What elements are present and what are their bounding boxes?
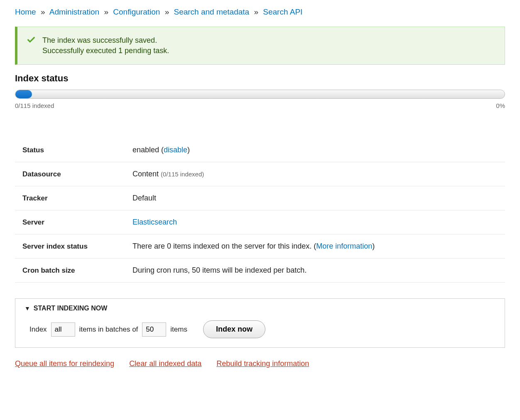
status-message: The index was successfully saved. Succes… <box>15 27 505 65</box>
value-datasource: Content (0/115 indexed) <box>125 162 505 186</box>
label-tracker: Tracker <box>15 186 125 210</box>
row-datasource: Datasource Content (0/115 indexed) <box>15 162 505 186</box>
breadcrumb-home[interactable]: Home <box>15 7 36 16</box>
triangle-down-icon: ▼ <box>25 305 30 312</box>
progress-fill <box>15 90 32 98</box>
check-icon <box>27 35 36 46</box>
status-line2: Successfully executed 1 pending task. <box>42 46 495 55</box>
progress-label: 0/115 indexed <box>15 102 54 109</box>
disable-link[interactable]: disable <box>164 146 187 154</box>
label-cron: Cron batch size <box>15 259 125 283</box>
breadcrumb-search-api[interactable]: Search API <box>263 7 302 16</box>
label-server-index-status: Server index status <box>15 234 125 259</box>
server-link[interactable]: Elasticsearch <box>132 218 177 226</box>
progress-bar: 0/115 indexed 0% <box>15 90 505 109</box>
action-links: Queue all items for reindexing Clear all… <box>15 359 505 368</box>
label-datasource: Datasource <box>15 162 125 186</box>
progress-percent: 0% <box>496 102 505 109</box>
breadcrumb: Home » Administration » Configuration » … <box>15 7 505 17</box>
breadcrumb-sep: » <box>165 7 169 16</box>
breadcrumb-admin[interactable]: Administration <box>49 7 99 16</box>
queue-reindex-link[interactable]: Queue all items for reindexing <box>15 359 114 368</box>
index-status-title: Index status <box>15 73 505 84</box>
details-table: Status enabled (disable) Datasource Cont… <box>15 138 505 283</box>
index-row: Index items in batches of items Index no… <box>25 320 495 338</box>
row-status: Status enabled (disable) <box>15 138 505 162</box>
value-server-index-status: There are 0 items indexed on the server … <box>125 234 505 259</box>
start-indexing-fieldset: ▼ START INDEXING NOW Index items in batc… <box>15 298 505 348</box>
row-server: Server Elasticsearch <box>15 210 505 234</box>
value-cron: During cron runs, 50 items will be index… <box>125 259 505 283</box>
items-count-input[interactable] <box>51 322 75 337</box>
clear-data-link[interactable]: Clear all indexed data <box>129 359 201 368</box>
breadcrumb-sep: » <box>41 7 45 16</box>
value-tracker: Default <box>125 186 505 210</box>
batch-size-input[interactable] <box>142 322 166 337</box>
breadcrumb-sep: » <box>254 7 258 16</box>
word-index: Index <box>29 325 47 334</box>
label-server: Server <box>15 210 125 234</box>
breadcrumb-config[interactable]: Configuration <box>113 7 160 16</box>
index-now-button[interactable]: Index now <box>203 320 265 338</box>
label-status: Status <box>15 138 125 162</box>
value-status: enabled (disable) <box>125 138 505 162</box>
breadcrumb-search-meta[interactable]: Search and metadata <box>174 7 249 16</box>
rebuild-link[interactable]: Rebuild tracking information <box>216 359 309 368</box>
row-tracker: Tracker Default <box>15 186 505 210</box>
progress-track <box>15 90 505 99</box>
more-info-link[interactable]: More information <box>316 242 372 250</box>
datasource-note: (0/115 indexed) <box>161 171 204 178</box>
legend-text: START INDEXING NOW <box>34 305 107 312</box>
status-line1: The index was successfully saved. <box>42 36 495 45</box>
word-items: items <box>170 325 187 334</box>
breadcrumb-sep: » <box>104 7 108 16</box>
fieldset-legend[interactable]: ▼ START INDEXING NOW <box>25 305 495 312</box>
value-server: Elasticsearch <box>125 210 505 234</box>
row-server-index-status: Server index status There are 0 items in… <box>15 234 505 259</box>
row-cron: Cron batch size During cron runs, 50 ite… <box>15 259 505 283</box>
word-mid: items in batches of <box>79 325 138 334</box>
